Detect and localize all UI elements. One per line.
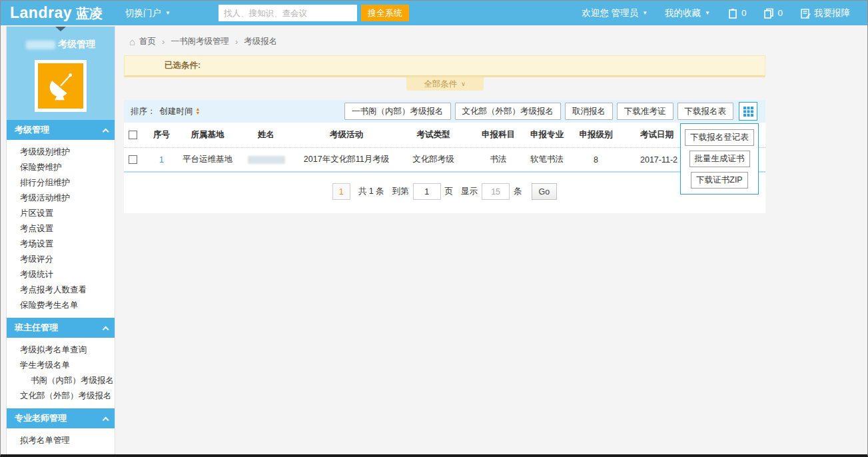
sidebar-section-pro-teacher[interactable]: 专业老师管理 <box>7 408 115 428</box>
documents-icon <box>763 8 774 19</box>
row-number-link[interactable]: 1 <box>159 155 164 165</box>
all-conditions-wrap: 全部条件 ∨ <box>124 77 765 91</box>
selected-conditions-label: 已选条件: <box>165 60 201 71</box>
home-icon[interactable]: ⌂ <box>129 36 135 47</box>
go-button[interactable]: Go <box>532 183 558 200</box>
sidebar-item[interactable]: 考级统计 <box>7 267 115 282</box>
cancel-register-button[interactable]: 取消报名 <box>565 103 613 120</box>
redacted-title-text <box>26 41 55 49</box>
report-issue-link[interactable]: 我要报障 <box>800 7 850 19</box>
chevron-down-icon: ∨ <box>461 81 466 87</box>
column-header-activity: 考级活动 <box>299 129 394 141</box>
app-icon-frame[interactable] <box>35 60 87 112</box>
clipboard-count: 0 <box>741 8 747 18</box>
sort-field-created-time[interactable]: 创建时间 <box>160 106 193 117</box>
sidebar-item[interactable]: 考级拟考名单查询 <box>7 342 115 358</box>
column-header-level: 申报级别 <box>570 129 622 141</box>
global-search: 搜全系统 <box>218 5 409 21</box>
download-registration-record-button[interactable]: 下载报名登记表 <box>685 129 754 146</box>
column-header-exam-type: 考试类型 <box>394 129 473 141</box>
table-header-row: 序号 所属基地 姓名 考级活动 考试类型 申报科目 申报专业 申报级别 考试日期 <box>124 123 765 148</box>
cell-activity: 2017年文化部11月考级 <box>299 154 394 165</box>
table-row: 1 平台运维基地 2017年文化部11月考级 文化部考级 书法 软笔书法 8 2… <box>124 148 765 173</box>
sidebar-item[interactable]: 书阁（内部）考级报名 <box>7 373 115 388</box>
sidebar-item[interactable]: 考点报考人数查看 <box>7 282 115 298</box>
breadcrumb-home[interactable]: 首页 <box>139 36 156 47</box>
results-table: 序号 所属基地 姓名 考级活动 考试类型 申报科目 申报专业 申报级别 考试日期… <box>124 123 765 213</box>
show-label: 显示 <box>461 186 478 197</box>
page-unit-label: 页 <box>445 186 454 197</box>
sidebar-item[interactable]: 考级活动维护 <box>7 191 115 206</box>
row-checkbox[interactable] <box>129 155 137 164</box>
sidebar-notch-icon <box>55 27 66 31</box>
chevron-down-icon: ▼ <box>642 10 648 16</box>
satellite-dish-icon <box>38 63 83 109</box>
list-toolbar: 排序： 创建时间 ▲▼ 一书阁（内部）考级报名 文化部（外部）考级报名 取消报名… <box>124 100 765 123</box>
cell-level: 8 <box>570 155 622 165</box>
pagination: 1 共 1 条 到第 页 显示 条 Go <box>124 173 765 213</box>
sidebar-item[interactable]: 考级级别维护 <box>7 145 115 160</box>
page-number-input[interactable] <box>413 183 441 200</box>
more-actions-grid-button[interactable] <box>739 102 757 121</box>
sidebar-item[interactable]: 学生考级名单 <box>7 358 115 373</box>
sidebar-menu-exam-management: 考级级别维护 保险费维护 排行分组维护 考级活动维护 片区设置 考点设置 考场设… <box>7 140 115 318</box>
search-all-button[interactable]: 搜全系统 <box>361 5 409 21</box>
sidebar-item[interactable]: 文化部（外部）考级报名 <box>7 388 115 404</box>
sidebar-item[interactable]: 考场设置 <box>7 236 115 252</box>
portal-switch-menu[interactable]: 切换门户 ▼ <box>125 7 171 19</box>
current-page-button[interactable]: 1 <box>332 183 350 200</box>
sidebar-section-exam-management[interactable]: 考级管理 <box>7 120 115 140</box>
sidebar-menu-pro-teacher: 拟考名单管理 <box>7 428 115 453</box>
page-size-input[interactable] <box>482 183 510 200</box>
size-unit-label: 条 <box>514 186 522 197</box>
chevron-up-icon <box>103 128 109 135</box>
chevron-down-icon: ▼ <box>705 10 710 16</box>
sidebar-item[interactable]: 保险费考生名单 <box>7 298 115 313</box>
header-right-menu: 欢迎您 管理员 ▼ 我的收藏 ▼ 0 0 <box>564 7 850 19</box>
external-register-button[interactable]: 文化部（外部）考级报名 <box>455 103 562 120</box>
sort-direction-icon[interactable]: ▲▼ <box>196 107 201 115</box>
column-header-name: 姓名 <box>233 129 299 141</box>
all-conditions-label: 全部条件 <box>424 79 457 90</box>
favorites-menu[interactable]: 我的收藏 ▼ <box>665 7 710 19</box>
to-page-label: 到第 <box>392 186 409 197</box>
sidebar-item[interactable]: 拟考名单管理 <box>7 433 115 448</box>
breadcrumb-separator: › <box>162 37 165 47</box>
search-input[interactable] <box>218 5 357 21</box>
total-count-text: 共 1 条 <box>358 186 384 197</box>
sidebar-item[interactable]: 片区设置 <box>7 206 115 221</box>
documents-badge[interactable]: 0 <box>763 8 783 19</box>
sidebar-app-title-text: 考级管理 <box>58 39 95 51</box>
more-actions-dropdown: 下载报名登记表 批量生成证书 下载证书ZIP <box>680 123 759 195</box>
sidebar-section-head-teacher[interactable]: 班主任管理 <box>7 318 115 338</box>
internal-register-button[interactable]: 一书阁（内部）考级报名 <box>344 103 451 120</box>
redacted-name-text <box>248 156 285 164</box>
welcome-user-menu[interactable]: 欢迎您 管理员 ▼ <box>582 7 648 19</box>
toolbar-buttons: 一书阁（内部）考级报名 文化部（外部）考级报名 取消报名 下载准考证 下载报名表 <box>340 102 757 121</box>
main-area: ⌂ 首页 › 一书阁考级管理 › 考级报名 已选条件: 全部条件 ∨ 排序： 创… <box>115 25 867 454</box>
top-header: Landray 蓝凌 切换门户 ▼ 搜全系统 欢迎您 管理员 ▼ 我的收藏 ▼ <box>1 1 867 25</box>
all-conditions-toggle[interactable]: 全部条件 ∨ <box>406 77 484 91</box>
select-all-checkbox[interactable] <box>129 131 137 139</box>
sidebar-item[interactable]: 保险费维护 <box>7 160 115 175</box>
breadcrumb-module[interactable]: 一书阁考级管理 <box>171 36 229 47</box>
sidebar-item[interactable]: 考级评分 <box>7 252 115 267</box>
batch-generate-certificate-button[interactable]: 批量生成证书 <box>689 151 750 167</box>
content-panel: 已选条件: 全部条件 ∨ 排序： 创建时间 ▲▼ 一书阁（内部）考级报名 文化部… <box>124 55 765 213</box>
sidebar-item[interactable]: 考点设置 <box>7 221 115 236</box>
favorites-label: 我的收藏 <box>665 7 701 19</box>
sidebar-item[interactable]: 排行分组维护 <box>7 175 115 191</box>
landray-logo[interactable]: Landray 蓝凌 <box>10 4 103 23</box>
download-certificate-zip-button[interactable]: 下载证书ZIP <box>691 172 747 189</box>
breadcrumb-current: 考级报名 <box>244 36 277 47</box>
download-registration-form-button[interactable]: 下载报名表 <box>677 103 734 120</box>
breadcrumb: ⌂ 首页 › 一书阁考级管理 › 考级报名 <box>129 36 867 47</box>
cell-base: 平台运维基地 <box>182 154 233 165</box>
clipboard-badge[interactable]: 0 <box>727 8 747 19</box>
sort-label: 排序： <box>131 106 156 117</box>
cell-major: 软笔书法 <box>524 154 570 165</box>
column-header-subject: 申报科目 <box>473 129 524 141</box>
chevron-up-icon <box>103 326 109 332</box>
download-admission-ticket-button[interactable]: 下载准考证 <box>617 103 673 120</box>
report-issue-icon <box>800 8 811 19</box>
